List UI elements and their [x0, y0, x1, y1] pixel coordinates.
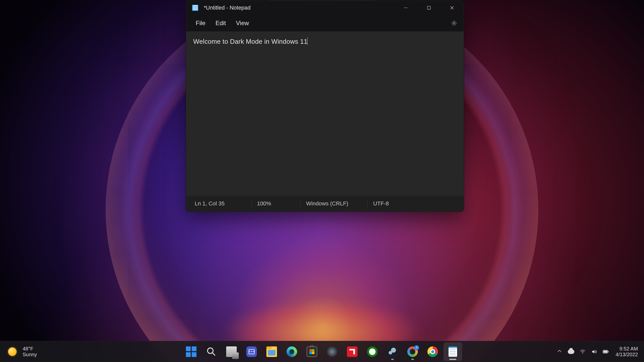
weather-condition: Sunny	[23, 352, 37, 357]
status-zoom: 100%	[257, 200, 278, 207]
editor-content: Welcome to Dark Mode in Windows 11	[193, 38, 307, 45]
battery-tray[interactable]	[602, 348, 609, 355]
taskbar-tray: 9:52 AM 4/13/2022	[556, 346, 640, 357]
weather-temp: 48°F	[23, 346, 37, 352]
menu-view[interactable]: View	[231, 17, 254, 30]
notepad-taskbar-button[interactable]	[444, 342, 462, 361]
statusbar: Ln 1, Col 35 100% Windows (CRLF) UTF-8	[186, 196, 464, 211]
minimize-button[interactable]	[394, 1, 417, 15]
taskbar-weather-widget[interactable]: 48°F Sunny	[4, 346, 37, 357]
xbox-icon	[367, 346, 378, 357]
wifi-icon	[580, 349, 586, 355]
menubar: File Edit View	[186, 15, 464, 31]
text-caret	[307, 37, 307, 45]
svg-line-6	[213, 353, 215, 355]
steam-button[interactable]	[383, 342, 402, 361]
tray-overflow-button[interactable]	[556, 348, 563, 354]
status-encoding: UTF-8	[373, 200, 395, 207]
clock-date: 4/13/2022	[616, 352, 638, 357]
wifi-tray[interactable]	[579, 348, 586, 355]
search-icon	[206, 346, 217, 357]
settings-button[interactable]	[448, 17, 461, 30]
maximize-button[interactable]	[417, 1, 440, 15]
close-button[interactable]	[440, 1, 464, 15]
notepad-window: *Untitled - Notepad File Edit View	[186, 1, 464, 212]
taskview-button[interactable]	[222, 342, 241, 361]
text-editor[interactable]: Welcome to Dark Mode in Windows 11	[186, 31, 464, 196]
menu-edit[interactable]: Edit	[211, 17, 231, 30]
store-button[interactable]	[303, 342, 321, 361]
amd-icon	[347, 346, 357, 357]
obs-button[interactable]	[323, 342, 341, 361]
status-line-ending: Windows (CRLF)	[306, 200, 355, 207]
titlebar[interactable]: *Untitled - Notepad	[186, 1, 464, 15]
store-icon	[307, 346, 317, 357]
notepad-icon	[449, 347, 457, 357]
amd-button[interactable]	[343, 342, 361, 361]
gear-icon	[451, 20, 457, 26]
taskbar-center: A	[182, 341, 462, 362]
svg-rect-10	[603, 350, 607, 353]
sun-icon	[8, 347, 17, 356]
svg-rect-1	[427, 6, 430, 9]
status-cursor-position: Ln 1, Col 35	[195, 200, 231, 207]
svg-rect-9	[608, 351, 609, 352]
onedrive-tray[interactable]	[568, 348, 574, 355]
chat-icon	[246, 346, 257, 357]
clock-time: 9:52 AM	[616, 346, 638, 352]
window-title: *Untitled - Notepad	[204, 5, 251, 11]
chat-button[interactable]	[242, 342, 261, 361]
folder-icon	[266, 346, 277, 357]
svg-point-5	[208, 348, 213, 353]
obs-icon	[327, 346, 337, 357]
speaker-icon	[591, 349, 597, 355]
edge-canary-button[interactable]: A	[403, 342, 422, 361]
xbox-button[interactable]	[363, 342, 382, 361]
notepad-app-icon	[192, 5, 198, 11]
chevron-up-icon	[556, 348, 562, 354]
volume-tray[interactable]	[591, 348, 597, 355]
chrome-button[interactable]	[423, 342, 442, 361]
chrome-icon	[427, 346, 438, 357]
taskview-icon	[226, 346, 237, 357]
taskbar-clock[interactable]: 9:52 AM 4/13/2022	[616, 346, 638, 357]
taskbar: 48°F Sunny A	[0, 341, 644, 362]
menu-file[interactable]: File	[191, 17, 211, 30]
steam-icon	[387, 346, 398, 357]
edge-icon	[287, 346, 297, 357]
svg-point-7	[582, 353, 583, 353]
battery-icon	[603, 349, 609, 355]
svg-point-4	[453, 22, 455, 24]
windows-icon	[186, 346, 196, 357]
edge-canary-icon: A	[407, 346, 418, 357]
cloud-icon	[568, 349, 574, 354]
search-button[interactable]	[202, 342, 221, 361]
file-explorer-button[interactable]	[262, 342, 281, 361]
edge-button[interactable]	[283, 342, 301, 361]
desktop[interactable]: *Untitled - Notepad File Edit View	[0, 0, 644, 362]
start-button[interactable]	[182, 342, 200, 361]
update-badge: A	[414, 345, 419, 350]
